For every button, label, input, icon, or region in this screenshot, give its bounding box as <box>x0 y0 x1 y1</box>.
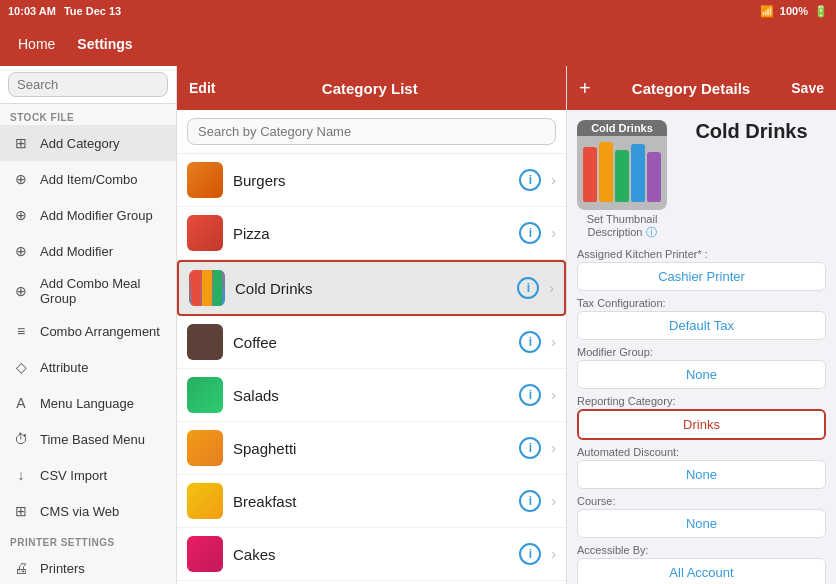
sidebar-item-attribute[interactable]: ◇ Attribute <box>0 349 176 385</box>
category-list-title: Category List <box>322 80 418 97</box>
sidebar-search-input[interactable] <box>8 72 168 97</box>
list-item[interactable]: Burgers i › <box>177 154 566 207</box>
category-name: Burgers <box>233 172 509 189</box>
chevron-right-icon: › <box>551 172 556 188</box>
battery-level: 100% <box>780 5 808 17</box>
sidebar-item-cms-via-web[interactable]: ⊞ CMS via Web <box>0 493 176 529</box>
printers-icon: 🖨 <box>10 557 32 579</box>
sidebar-item-combo-arrangement[interactable]: ≡ Combo Arrangement <box>0 313 176 349</box>
sidebar-item-label: Attribute <box>40 360 88 375</box>
time-based-menu-icon: ⏱ <box>10 428 32 450</box>
sidebar-item-printers[interactable]: 🖨 Printers <box>0 550 176 584</box>
list-item[interactable]: Spaghetti i › <box>177 422 566 475</box>
tax-config-field: Tax Configuration: Default Tax <box>577 297 826 340</box>
category-name: Pizza <box>233 225 509 242</box>
save-button[interactable]: Save <box>791 80 824 96</box>
reporting-category-button[interactable]: Drinks <box>577 409 826 440</box>
chevron-right-icon: › <box>549 280 554 296</box>
category-panel-header: Edit Category List <box>177 66 566 110</box>
sidebar-item-label: Time Based Menu <box>40 432 145 447</box>
sidebar-item-label: Add Modifier <box>40 244 113 259</box>
sidebar-item-add-item-combo[interactable]: ⊕ Add Item/Combo <box>0 161 176 197</box>
sidebar-item-add-modifier-group[interactable]: ⊕ Add Modifier Group <box>0 197 176 233</box>
set-thumbnail-label[interactable]: Set Thumbnail Description ⓘ <box>577 213 667 240</box>
list-item-selected[interactable]: Cold Drinks i › <box>177 260 566 316</box>
details-panel: + Category Details Save Cold Drinks <box>567 66 836 584</box>
assigned-printer-label: Assigned Kitchen Printer* : <box>577 248 826 260</box>
thumbnail-box: Cold Drinks <box>577 120 667 210</box>
info-button[interactable]: i <box>519 169 541 191</box>
list-item[interactable]: Cakes i › <box>177 528 566 581</box>
edit-button[interactable]: Edit <box>189 80 215 96</box>
chevron-right-icon: › <box>551 440 556 456</box>
info-button[interactable]: i <box>519 384 541 406</box>
category-list: Burgers i › Pizza i › Cold Drinks i › <box>177 154 566 584</box>
stock-file-section-label: STOCK FILE <box>0 104 176 125</box>
category-name: Cakes <box>233 546 509 563</box>
thumbnail-section: Cold Drinks Set Thumbnail Description ⓘ <box>577 120 826 240</box>
main-layout: STOCK FILE ⊞ Add Category ⊕ Add Item/Com… <box>0 66 836 584</box>
category-thumbnail <box>187 430 223 466</box>
sidebar-item-time-based-menu[interactable]: ⏱ Time Based Menu <box>0 421 176 457</box>
sidebar-item-label: Combo Arrangement <box>40 324 160 339</box>
info-button[interactable]: i <box>519 222 541 244</box>
home-button[interactable]: Home <box>10 32 63 56</box>
sidebar-item-add-modifier[interactable]: ⊕ Add Modifier <box>0 233 176 269</box>
category-thumbnail <box>189 270 225 306</box>
category-name: Spaghetti <box>233 440 509 457</box>
settings-title: Settings <box>69 32 140 56</box>
status-bar: 10:03 AM Tue Dec 13 📶 100% 🔋 <box>0 0 836 22</box>
chevron-right-icon: › <box>551 546 556 562</box>
info-button[interactable]: i <box>519 437 541 459</box>
add-category-icon: ⊞ <box>10 132 32 154</box>
modifier-group-label: Modifier Group: <box>577 346 826 358</box>
info-button[interactable]: i <box>519 331 541 353</box>
category-thumbnail <box>187 162 223 198</box>
list-item[interactable]: Pizza i › <box>177 207 566 260</box>
sidebar-item-label: Add Category <box>40 136 120 151</box>
sidebar-item-label: Printers <box>40 561 85 576</box>
info-button[interactable]: i <box>519 490 541 512</box>
info-button[interactable]: i <box>517 277 539 299</box>
tax-config-button[interactable]: Default Tax <box>577 311 826 340</box>
info-icon: ⓘ <box>646 226 657 238</box>
wifi-icon: 📶 <box>760 5 774 18</box>
add-button[interactable]: + <box>579 77 591 100</box>
category-panel: Edit Category List Burgers i › Pizza i › <box>177 66 567 584</box>
sidebar-item-label: CMS via Web <box>40 504 119 519</box>
category-search-input[interactable] <box>187 118 556 145</box>
course-field: Course: None <box>577 495 826 538</box>
automated-discount-field: Automated Discount: None <box>577 446 826 489</box>
category-name-area: Cold Drinks <box>677 120 826 149</box>
assigned-printer-button[interactable]: Cashier Printer <box>577 262 826 291</box>
category-thumbnail <box>187 215 223 251</box>
automated-discount-button[interactable]: None <box>577 460 826 489</box>
accessible-by-button[interactable]: All Account <box>577 558 826 584</box>
accessible-by-label: Accessible By: <box>577 544 826 556</box>
modifier-group-button[interactable]: None <box>577 360 826 389</box>
list-item[interactable]: Coffee i › <box>177 316 566 369</box>
category-thumbnail <box>187 536 223 572</box>
category-thumbnail <box>187 377 223 413</box>
sidebar-item-label: Add Modifier Group <box>40 208 153 223</box>
sidebar-item-label: Add Combo Meal Group <box>40 276 166 306</box>
category-name: Cold Drinks <box>235 280 507 297</box>
sidebar-item-add-category[interactable]: ⊞ Add Category <box>0 125 176 161</box>
csv-import-icon: ↓ <box>10 464 32 486</box>
category-name-display: Cold Drinks <box>677 120 826 143</box>
info-button[interactable]: i <box>519 543 541 565</box>
course-button[interactable]: None <box>577 509 826 538</box>
printer-settings-section-label: PRINTER SETTINGS <box>0 529 176 550</box>
thumbnail-category-label: Cold Drinks <box>577 120 667 136</box>
automated-discount-label: Automated Discount: <box>577 446 826 458</box>
details-title: Category Details <box>632 80 750 97</box>
battery-icon: 🔋 <box>814 5 828 18</box>
chevron-right-icon: › <box>551 225 556 241</box>
list-item[interactable]: Breakfast i › <box>177 475 566 528</box>
category-name: Coffee <box>233 334 509 351</box>
sidebar-item-csv-import[interactable]: ↓ CSV Import <box>0 457 176 493</box>
details-header: + Category Details Save <box>567 66 836 110</box>
list-item[interactable]: Salads i › <box>177 369 566 422</box>
sidebar-item-add-combo-meal-group[interactable]: ⊕ Add Combo Meal Group <box>0 269 176 313</box>
sidebar-item-menu-language[interactable]: A Menu Language <box>0 385 176 421</box>
